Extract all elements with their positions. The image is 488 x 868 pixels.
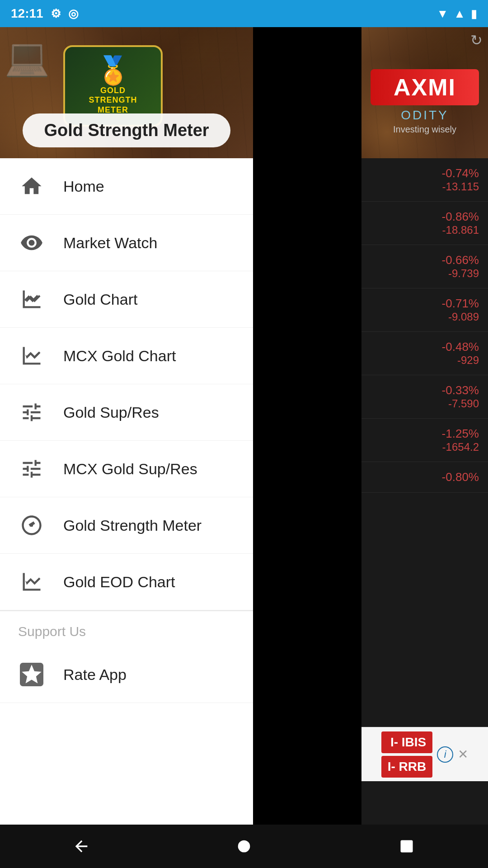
wifi-icon: ▼: [437, 7, 449, 21]
bottom-nav: [0, 825, 488, 868]
star-icon: [18, 661, 45, 688]
status-bar-left: 12:11 ⚙ ◎: [11, 6, 79, 21]
market-data-item: -0.74% -13.115: [361, 158, 488, 202]
nav-home-button[interactable]: [226, 833, 262, 860]
logo-text: GOLD STRENGTH METER: [89, 86, 137, 115]
status-time: 12:11: [11, 6, 43, 21]
market-pct-6: -0.33%: [371, 383, 479, 397]
svg-point-0: [30, 524, 33, 527]
sliders-icon: [18, 399, 45, 426]
ad-sub-brand: ODITY: [371, 108, 479, 123]
menu-item-gold-strength-meter[interactable]: Gold Strength Meter: [0, 497, 253, 554]
main-area: ↻ AXMI ODITY Investing wisely -0.74% -13…: [0, 27, 488, 825]
chart-up2-icon: [18, 342, 45, 369]
home-icon: [18, 173, 45, 200]
menu-item-home[interactable]: Home: [0, 158, 253, 215]
svg-rect-3: [401, 840, 413, 853]
status-bar-right: ▼ ▲ ▮: [437, 7, 477, 21]
menu-item-mcx-gold-chart[interactable]: MCX Gold Chart: [0, 328, 253, 384]
menu-item-rate-app[interactable]: Rate App: [0, 646, 253, 703]
market-val-1: -13.115: [371, 180, 479, 193]
market-data-item: -0.66% -9.739: [361, 245, 488, 288]
menu-item-gold-eod-chart[interactable]: Gold EOD Chart: [0, 554, 253, 610]
chart-up3-icon: [18, 568, 45, 595]
ad-close-button[interactable]: ✕: [458, 747, 468, 762]
menu-label-market-watch: Market Watch: [63, 234, 157, 252]
market-data-item: -0.86% -18.861: [361, 202, 488, 245]
market-data-item: -0.48% -929: [361, 332, 488, 375]
app-title: Gold Strength Meter: [44, 121, 209, 140]
signal-icon: ▲: [454, 7, 465, 21]
menu-label-gold-eod-chart: Gold EOD Chart: [63, 573, 175, 591]
menu-label-rate-app: Rate App: [63, 666, 127, 684]
ad-info-icon[interactable]: i: [437, 746, 453, 763]
ad-banner-top: ↻ AXMI ODITY Investing wisely: [361, 27, 488, 158]
menu-label-home: Home: [63, 178, 104, 195]
market-val-5: -929: [371, 354, 479, 367]
ad-tagline: Investing wisely: [371, 124, 479, 135]
menu-item-gold-sup-res[interactable]: Gold Sup/Res: [0, 384, 253, 441]
market-data-item: -1.25% -1654.2: [361, 419, 488, 462]
market-val-4: -9.089: [371, 311, 479, 323]
nav-back-button[interactable]: [63, 833, 99, 860]
market-pct-8: -0.80%: [371, 470, 479, 484]
status-bar: 12:11 ⚙ ◎ ▼ ▲ ▮: [0, 0, 488, 27]
menu-label-gold-sup-res: Gold Sup/Res: [63, 404, 159, 421]
drawer-menu: Home Market Watch Gol: [0, 158, 253, 825]
right-panel: ↻ AXMI ODITY Investing wisely -0.74% -13…: [361, 27, 488, 825]
drawer-header: 💻 🏅 GOLD STRENGTH METER Gold Strength Me…: [0, 27, 253, 158]
svg-point-2: [238, 840, 250, 853]
eye-icon: [18, 229, 45, 256]
ad-refresh-button[interactable]: ↻: [470, 32, 483, 49]
market-pct-5: -0.48%: [371, 340, 479, 354]
menu-item-mcx-gold-sup-res[interactable]: MCX Gold Sup/Res: [0, 441, 253, 497]
gold-bars-icon: 🏅: [96, 57, 130, 84]
chart-up-icon: [18, 286, 45, 313]
sliders2-icon: [18, 455, 45, 482]
ad-bottom-text-1: I- IBIS: [381, 731, 433, 753]
market-data-list: -0.74% -13.115 -0.86% -18.861 -0.66% -9.…: [361, 158, 488, 493]
menu-item-market-watch[interactable]: Market Watch: [0, 215, 253, 271]
market-pct-1: -0.74%: [371, 166, 479, 180]
gauge-icon: [18, 512, 45, 539]
market-pct-3: -0.66%: [371, 253, 479, 267]
market-pct-4: -0.71%: [371, 297, 479, 311]
market-pct-2: -0.86%: [371, 210, 479, 224]
nav-recent-button[interactable]: [389, 833, 425, 860]
battery-icon: ▮: [471, 7, 477, 21]
menu-label-gold-strength-meter: Gold Strength Meter: [63, 517, 202, 534]
market-pct-7: -1.25%: [371, 427, 479, 441]
menu-label-mcx-gold-chart: MCX Gold Chart: [63, 347, 176, 365]
settings-icon: ⚙: [51, 7, 61, 21]
market-val-2: -18.861: [371, 224, 479, 236]
section-header-support: Support Us: [0, 611, 253, 646]
market-data-item: -0.80%: [361, 462, 488, 493]
ad-bottom-text-2: I- RRB: [381, 756, 433, 778]
navigation-drawer: 💻 🏅 GOLD STRENGTH METER Gold Strength Me…: [0, 27, 253, 825]
menu-item-gold-chart[interactable]: Gold Chart: [0, 271, 253, 328]
ad-bottom-content: I- IBIS I- RRB i ✕: [381, 731, 469, 778]
menu-label-mcx-gold-sup-res: MCX Gold Sup/Res: [63, 460, 197, 478]
at-icon: ◎: [68, 7, 79, 21]
ad-brand: AXMI: [371, 69, 479, 105]
menu-label-gold-chart: Gold Chart: [63, 291, 137, 308]
market-data-item: -0.33% -7.590: [361, 375, 488, 419]
market-data-item: -0.71% -9.089: [361, 288, 488, 332]
market-val-6: -7.590: [371, 397, 479, 410]
market-val-3: -9.739: [371, 267, 479, 280]
app-title-badge: Gold Strength Meter: [23, 113, 230, 147]
market-val-7: -1654.2: [371, 441, 479, 453]
ad-banner-bottom: I- IBIS I- RRB i ✕: [361, 727, 488, 781]
